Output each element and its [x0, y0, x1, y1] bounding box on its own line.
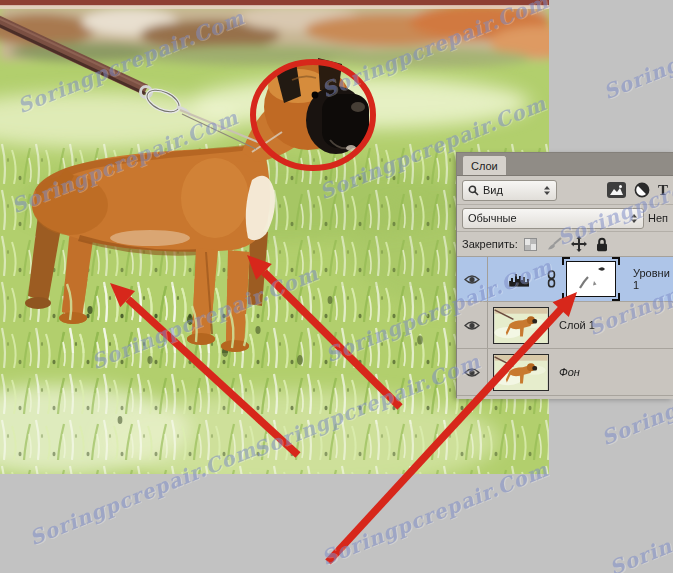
layer-row-layer1[interactable]: Слой 1 [457, 302, 673, 349]
mask-selection-corner [562, 293, 570, 301]
panel-footer [457, 396, 673, 399]
layer-mask-link-icon[interactable] [546, 270, 557, 288]
lock-transparency-icon[interactable] [524, 238, 537, 251]
visibility-toggle[interactable] [457, 302, 488, 348]
watermark-text: Soringpcrepair.Com [606, 467, 673, 573]
layer-thumbnail[interactable] [493, 354, 549, 391]
panel-tab-bar: Слои [457, 153, 673, 176]
watermark-text: Soringpcrepair.Com [600, 0, 673, 104]
mask-thumbnail-canvas [566, 261, 616, 297]
filter-kind-dropdown[interactable]: Вид [462, 180, 557, 201]
levels-adjustment-icon [508, 271, 531, 287]
blend-mode-value: Обычные [468, 212, 517, 224]
screenshot-stage: Слои Вид [0, 0, 673, 573]
blend-mode-row: Обычные Неп [457, 205, 673, 232]
visibility-toggle[interactable] [457, 257, 488, 301]
tab-layers-label: Слои [471, 160, 498, 172]
lock-label: Закрепить: [462, 238, 518, 250]
lock-row: Закрепить: [457, 232, 673, 257]
watermark-text: Soringpcrepair.Com [318, 457, 552, 570]
eye-icon [464, 367, 480, 378]
layer-mask-thumbnail[interactable] [566, 261, 616, 297]
type-layers-filter-icon[interactable]: T [658, 183, 668, 198]
layer-name: Фон [559, 366, 580, 378]
mask-selection-corner [612, 257, 620, 265]
search-icon [468, 185, 479, 196]
adjustment-layers-filter-icon[interactable] [634, 182, 650, 198]
layer-row-background[interactable]: Фон [457, 349, 673, 396]
layers-panel: Слои Вид [456, 152, 673, 398]
opacity-label-cropped: Неп [648, 212, 668, 224]
layer-name: Уровни 1 [633, 267, 673, 291]
updown-arrows-icon [543, 185, 551, 196]
layer-thumbnail[interactable] [493, 307, 549, 344]
mask-selection-corner [562, 257, 570, 265]
tab-layers[interactable]: Слои [462, 155, 507, 175]
filter-kind-value: Вид [483, 184, 503, 196]
blend-mode-dropdown[interactable]: Обычные [462, 208, 644, 229]
eye-icon [464, 320, 480, 331]
layer-row-levels[interactable]: Уровни 1 [457, 257, 673, 302]
eye-icon [464, 274, 480, 285]
layer-filter-row: Вид T [457, 176, 673, 205]
updown-arrows-icon [630, 213, 638, 224]
visibility-toggle[interactable] [457, 349, 488, 395]
lock-paint-icon[interactable] [546, 237, 562, 251]
pixel-layers-filter-icon[interactable] [607, 182, 626, 198]
mask-selection-corner [612, 293, 620, 301]
lock-position-icon[interactable] [571, 236, 587, 252]
layer-name: Слой 1 [559, 319, 595, 331]
lock-all-icon[interactable] [596, 237, 608, 252]
